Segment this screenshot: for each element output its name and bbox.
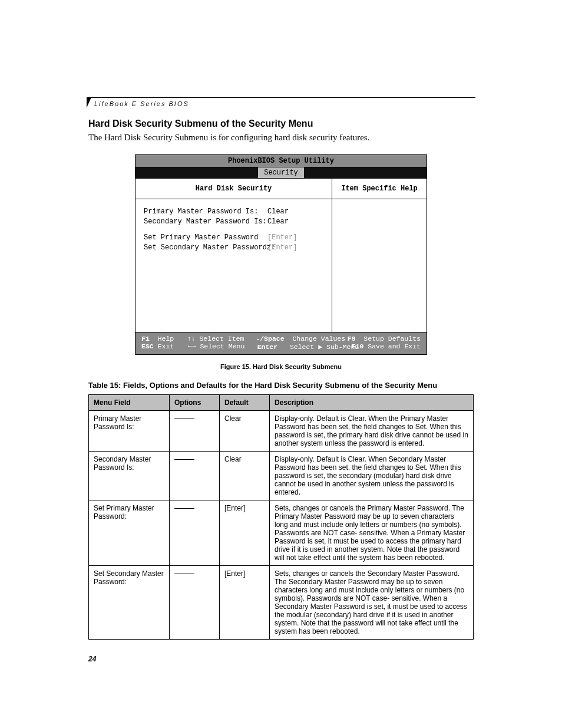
bios-row: Set Secondary Master Passwordz: [Enter] xyxy=(144,243,323,252)
key-esc: ESC xyxy=(141,342,154,350)
content: Hard Disk Security Submenu of the Securi… xyxy=(88,118,474,640)
bios-footer-row: ESC Exit ←→ Select Menu Enter Select ▶ S… xyxy=(141,342,421,351)
dash-icon xyxy=(174,508,194,509)
footer-cell: F9 Setup Defaults xyxy=(348,335,421,342)
label-help: Help xyxy=(158,335,174,342)
running-head: LifeBook E Series BIOS xyxy=(94,100,189,107)
leftright-arrow-icon: ←→ xyxy=(188,342,196,350)
cell-options xyxy=(170,500,220,566)
label-select-item: Select Item xyxy=(199,335,244,342)
spec-table: Menu Field Options Default Description P… xyxy=(88,394,474,640)
bios-help-title: Item Specific Help xyxy=(332,179,427,199)
cell-description: Sets, changes or cancels the Primary Mas… xyxy=(270,500,474,566)
cell-description: Display-only. Default is Clear. When the… xyxy=(270,411,474,452)
cell-menu-field: Primary Master Password Is: xyxy=(89,411,170,452)
bios-tab-security: Security xyxy=(258,167,304,178)
table-row: Set Primary Master Password: [Enter] Set… xyxy=(89,500,474,566)
dash-icon xyxy=(174,459,194,460)
bios-row-label: Primary Master Password Is: xyxy=(144,207,267,216)
key-minus-space: -/Space xyxy=(256,335,284,342)
spec-table-head: Menu Field Options Default Description xyxy=(89,395,474,411)
bios-main-panel: Hard Disk Security Primary Master Passwo… xyxy=(135,179,332,332)
bios-row-label: Set Secondary Master Passwordz: xyxy=(144,243,267,252)
label-select-menu: Select Menu xyxy=(200,342,244,350)
key-f9: F9 xyxy=(348,335,356,342)
table-row: Secondary Master Password Is: Clear Disp… xyxy=(89,452,474,500)
label-exit: Exit xyxy=(158,342,174,350)
figure-caption: Figure 15. Hard Disk Security Submenu xyxy=(88,363,474,370)
page: LifeBook E Series BIOS Hard Disk Securit… xyxy=(0,0,562,728)
bios-footer: F1 Help ↑↓ Select Item -/Space Change Va… xyxy=(135,332,427,354)
intro-text: The Hard Disk Security Submenu is for co… xyxy=(88,133,474,143)
bios-rows: Primary Master Password Is: Clear Second… xyxy=(135,199,332,258)
cell-options xyxy=(170,566,220,640)
bios-row: Set Primary Master Password [Enter] xyxy=(144,233,323,242)
key-f10: F10 xyxy=(352,342,364,350)
label-save-exit: Save and Exit xyxy=(368,342,421,350)
bios-footer-row: F1 Help ↑↓ Select Item -/Space Change Va… xyxy=(141,335,421,342)
page-number: 24 xyxy=(88,655,96,663)
dash-icon xyxy=(174,419,194,419)
bios-row-label: Set Primary Master Password xyxy=(144,233,267,242)
bios-body: Hard Disk Security Primary Master Passwo… xyxy=(135,179,427,332)
key-enter: Enter xyxy=(257,343,278,351)
footer-cell: Enter Select ▶ Sub-Menu xyxy=(257,342,352,351)
footer-cell: F10 Save and Exit xyxy=(352,342,421,351)
bios-utility-title: PhoenixBIOS Setup Utility xyxy=(135,155,427,167)
cell-default: [Enter] xyxy=(220,500,270,566)
footer-cell: -/Space Change Values xyxy=(256,335,347,342)
table-row: Set Secondary Master Password: [Enter] S… xyxy=(89,566,474,640)
updown-arrow-icon: ↑↓ xyxy=(187,335,196,342)
footer-cell: ↑↓ Select Item xyxy=(187,335,256,342)
dash-icon xyxy=(174,574,194,574)
bios-row: Primary Master Password Is: Clear xyxy=(144,207,323,216)
bios-row-value: Clear xyxy=(267,218,323,226)
header-flag-icon xyxy=(87,97,91,108)
th-menu-field: Menu Field xyxy=(89,395,170,411)
cell-options xyxy=(170,411,220,452)
bios-panel: PhoenixBIOS Setup Utility Security Hard … xyxy=(135,154,427,355)
bios-row-label: Secondary Master Password Is: xyxy=(144,218,267,226)
header-rule xyxy=(87,97,475,98)
cell-description: Display-only. Default is Clear. When Sec… xyxy=(270,452,474,500)
cell-menu-field: Secondary Master Password Is: xyxy=(89,452,170,500)
bios-panel-title: Hard Disk Security xyxy=(135,179,332,199)
cell-default: Clear xyxy=(220,452,270,500)
bios-help-panel: Item Specific Help xyxy=(332,179,427,332)
cell-options xyxy=(170,452,220,500)
bios-row-value: [Enter] xyxy=(267,233,323,242)
th-default: Default xyxy=(220,395,270,411)
table-caption: Table 15: Fields, Options and Defaults f… xyxy=(88,381,474,390)
footer-cell: F1 Help xyxy=(141,335,187,342)
bios-row-value: Clear xyxy=(267,207,323,216)
table-row: Primary Master Password Is: Clear Displa… xyxy=(89,411,474,452)
th-description: Description xyxy=(270,395,474,411)
label-setup-defaults: Setup Defaults xyxy=(363,335,421,342)
th-options: Options xyxy=(170,395,220,411)
key-f1: F1 xyxy=(141,335,150,342)
label-select-submenu: Select ▶ Sub-Menu xyxy=(290,343,359,351)
bios-tab-bar: Security xyxy=(135,167,427,179)
spec-table-body: Primary Master Password Is: Clear Displa… xyxy=(89,411,474,640)
cell-menu-field: Set Secondary Master Password: xyxy=(89,566,170,640)
bios-row: Secondary Master Password Is: Clear xyxy=(144,218,323,226)
footer-cell: ←→ Select Menu xyxy=(188,342,257,351)
cell-menu-field: Set Primary Master Password: xyxy=(89,500,170,566)
bios-row-gap xyxy=(144,228,323,233)
section-title: Hard Disk Security Submenu of the Securi… xyxy=(88,118,474,129)
label-change-values: Change Values xyxy=(292,335,345,342)
cell-default: Clear xyxy=(220,411,270,452)
footer-cell: ESC Exit xyxy=(141,342,188,351)
cell-description: Sets, changes or cancels the Secondary M… xyxy=(270,566,474,640)
cell-default: [Enter] xyxy=(220,566,270,640)
bios-row-value: [Enter] xyxy=(267,243,323,252)
